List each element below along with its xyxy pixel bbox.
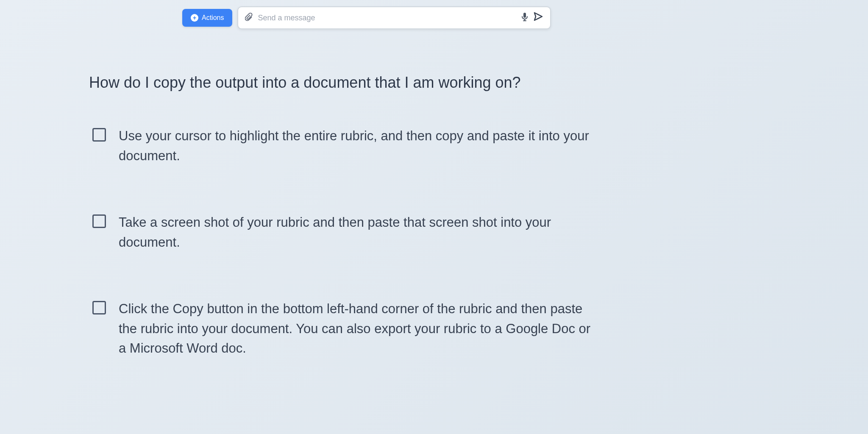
message-input-wrapper bbox=[237, 6, 551, 29]
option-row[interactable]: Click the Copy button in the bottom left… bbox=[89, 296, 598, 362]
checkbox[interactable] bbox=[92, 214, 106, 228]
question-container: How do I copy the output into a document… bbox=[89, 72, 598, 402]
option-text: Take a screen shot of your rubric and th… bbox=[119, 213, 594, 252]
message-input[interactable] bbox=[258, 14, 516, 22]
question-title: How do I copy the output into a document… bbox=[89, 72, 598, 93]
plus-icon: + bbox=[191, 14, 198, 22]
option-text: Use your cursor to highlight the entire … bbox=[119, 126, 594, 166]
svg-rect-0 bbox=[523, 13, 526, 18]
microphone-icon[interactable] bbox=[521, 12, 528, 24]
option-row[interactable]: Take a screen shot of your rubric and th… bbox=[89, 209, 598, 256]
send-icon[interactable] bbox=[533, 11, 543, 24]
checkbox[interactable] bbox=[92, 301, 106, 314]
chat-input-container: + Actions bbox=[182, 6, 551, 29]
attachment-icon[interactable] bbox=[245, 12, 253, 24]
option-row[interactable]: Use your cursor to highlight the entire … bbox=[89, 123, 598, 169]
checkbox[interactable] bbox=[92, 128, 106, 142]
actions-label: Actions bbox=[202, 14, 224, 22]
actions-button[interactable]: + Actions bbox=[182, 9, 232, 27]
option-text: Click the Copy button in the bottom left… bbox=[119, 299, 594, 359]
